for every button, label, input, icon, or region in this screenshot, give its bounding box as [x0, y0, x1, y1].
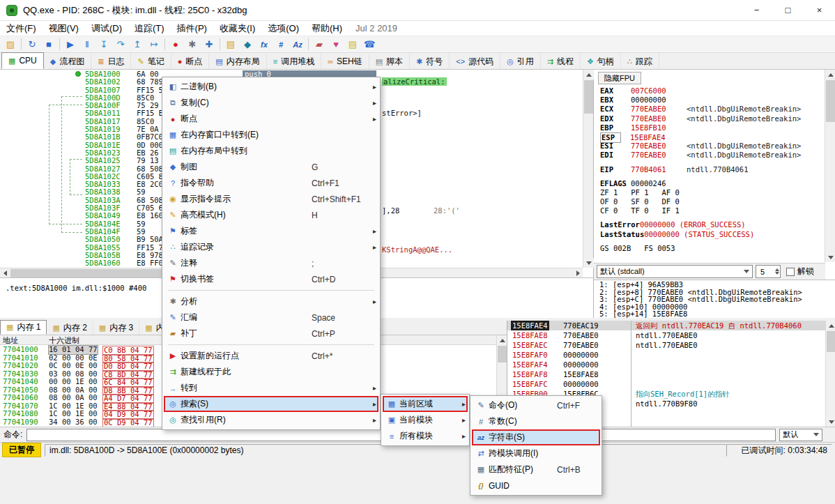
tab-source[interactable]: <>源代码 — [450, 54, 500, 69]
menu-item-search-for[interactable]: ◎搜索(S)▸ — [164, 396, 378, 412]
register-row[interactable]: EDX770EABE0<ntdll.DbgUiRemoteBreakin> — [600, 114, 823, 123]
stack-row[interactable]: 15E8FAF400000000 — [507, 360, 631, 369]
stack-info-row[interactable]: ntdll.770EABE0 — [631, 340, 835, 350]
tab-handles[interactable]: ❖句柄 — [581, 54, 621, 69]
menu-item-create-new-thread[interactable]: ⇉新建线程于此▸ — [164, 364, 378, 380]
tab-symbols[interactable]: ✱符号 — [410, 54, 450, 69]
menu-item-trace-record[interactable]: ∴追踪记录▸ — [164, 239, 378, 255]
scroll-up-icon[interactable] — [825, 70, 835, 79]
menu-item-current-region[interactable]: ▦当前区域▸ — [383, 396, 468, 412]
command-default-select[interactable]: 默认 — [779, 429, 822, 441]
calling-convention-select[interactable]: 默认 (stdcall) — [597, 265, 753, 278]
menu-item-label[interactable]: ⚑标签▸ — [164, 223, 378, 239]
spinner-buttons[interactable] — [775, 266, 779, 277]
stack-row[interactable]: 15E8FAFC00000000 — [507, 379, 631, 389]
registers-vertical-scrollbar[interactable] — [825, 70, 835, 262]
tab-references[interactable]: ◎引用 — [500, 54, 541, 69]
scroll-left-icon[interactable] — [0, 268, 10, 278]
open-file-icon[interactable]: ▨ — [2, 37, 19, 52]
tab-dump-2[interactable]: ▦内存 2 — [47, 321, 93, 335]
menu-item-assemble[interactable]: ✎汇编Space▸ — [164, 310, 378, 326]
stack-row[interactable]: 15E8FAE8770EABE0 — [507, 330, 631, 340]
scroll-right-icon[interactable] — [573, 268, 583, 278]
tab-graph[interactable]: ◆流程图 — [44, 54, 91, 69]
tab-cpu[interactable]: ▦CPU — [1, 52, 44, 69]
run-icon[interactable]: ▶ — [62, 37, 79, 52]
strings-icon[interactable]: Az — [289, 37, 306, 52]
run-to-user-code-icon[interactable]: ↦ — [146, 37, 162, 52]
menu-item-all-modules[interactable]: ≡所有模块▸ — [383, 428, 468, 444]
stack-info-row[interactable] — [631, 360, 835, 369]
stack-info-vertical-scrollbar[interactable] — [825, 321, 835, 427]
step-over-icon[interactable]: ↷ — [112, 37, 129, 52]
scroll-up-icon[interactable] — [583, 70, 594, 79]
execute-till-return-icon[interactable]: ↥ — [129, 37, 146, 52]
register-row[interactable]: ESP15E8FAE4 — [600, 132, 823, 142]
tab-seh-chain[interactable]: ∞SEH链 — [321, 54, 369, 69]
register-row[interactable]: EBX00000000 — [600, 96, 823, 105]
favorites-icon[interactable]: ♥ — [328, 37, 344, 52]
scroll-down-icon[interactable] — [825, 252, 835, 262]
breakpoints-icon[interactable]: ● — [167, 37, 184, 52]
menu-item-guid[interactable]: {}GUID▸ — [472, 478, 600, 494]
script-icon[interactable]: fx — [256, 37, 273, 52]
report-bug-icon[interactable]: ☎ — [361, 37, 378, 52]
menu-item-current-module[interactable]: ▣当前模块▸ — [383, 412, 468, 428]
stack-row[interactable]: 15E8FAEC770EABE0 — [507, 340, 631, 350]
unlock-checkbox[interactable] — [786, 268, 795, 276]
menubar-item-4[interactable]: 追踪(T) — [128, 21, 171, 36]
register-row[interactable]: ECX770EABE0<ntdll.DbgUiRemoteBreakin> — [600, 105, 823, 114]
register-row[interactable]: EFLAGS00000246 — [600, 179, 823, 188]
unlock-checkbox-group[interactable]: 解锁 — [786, 266, 814, 277]
argument-row[interactable]: 1: [esp+4] 96A59BB3 — [599, 281, 835, 289]
menubar-item-8[interactable]: 帮助(H) — [305, 21, 348, 36]
menu-item-follow-in-dump[interactable]: ▦在内存窗口中转到(E)▸ — [164, 127, 378, 143]
tab-threads[interactable]: ⇉线程 — [541, 54, 581, 69]
breakpoint-dot-icon[interactable] — [75, 71, 81, 77]
step-into-icon[interactable]: ↧ — [95, 37, 112, 52]
tab-trace[interactable]: ∴跟踪 — [621, 54, 659, 69]
spinner-up-icon[interactable] — [775, 266, 779, 271]
scroll-up-icon[interactable] — [826, 321, 835, 330]
menu-item-constant[interactable]: #常数(C)▸ — [472, 413, 600, 429]
tab-breakpoints[interactable]: ●断点 — [171, 54, 210, 69]
menu-item-analysis[interactable]: ✱分析▸ — [164, 293, 378, 310]
stack-row[interactable]: 15E8FAF815E8FAE8 — [507, 369, 631, 379]
scrollbar-thumb[interactable] — [498, 346, 507, 362]
menu-item-follow-in-memory-map[interactable]: ▤在内存布局中转到▸ — [164, 143, 378, 159]
restart-icon[interactable]: ↻ — [24, 37, 40, 52]
register-row[interactable]: CF 0 TF 0 IF 1 — [600, 206, 823, 215]
stack-row[interactable]: 15E8FAE4770EAC19 — [507, 321, 631, 330]
stack-info-row[interactable]: ntdll.770B9F80 — [631, 399, 835, 408]
hide-fpu-button[interactable]: 隐藏FPU — [598, 72, 641, 84]
patch-icon[interactable]: ▰ — [311, 37, 328, 52]
menubar-item-7[interactable]: 选项(O) — [261, 21, 305, 36]
stack-info-row[interactable] — [631, 369, 835, 379]
argument-count-spinner[interactable]: 5 — [756, 265, 781, 278]
stack-row[interactable]: 15E8FAF000000000 — [507, 350, 631, 360]
register-row[interactable]: ZF 1 PF 1 AF 0 — [600, 188, 823, 197]
menu-item-graph[interactable]: ◆制图G▸ — [164, 159, 378, 175]
menu-item-highlighting-mode[interactable]: ✎高亮模式(H)H▸ — [164, 207, 378, 223]
menu-item-command[interactable]: ✎命令(O)Ctrl+F▸ — [472, 397, 600, 413]
call-stack-icon[interactable]: ▤ — [222, 37, 239, 52]
register-row[interactable]: EDI770EABE0<ntdll.DbgUiRemoteBreakin> — [600, 151, 823, 160]
seh-chain-icon[interactable]: ◆ — [239, 37, 256, 52]
minimize-button[interactable]: − — [741, 0, 772, 20]
tab-memory-map[interactable]: ▤内存布局 — [209, 54, 266, 69]
stop-icon[interactable]: ■ — [40, 37, 57, 52]
register-row[interactable]: LastError00000000 (ERROR_SUCCESS) — [600, 220, 823, 229]
stack-info-row[interactable]: 返回到 ntdll.770EAC19 自 ntdll.770B4060 — [631, 321, 835, 330]
menu-item-intermodular-calls[interactable]: ⇄跨模块调用(I)▸ — [472, 445, 600, 461]
menu-item-breakpoint[interactable]: ●断点▸ — [164, 111, 378, 127]
tab-script[interactable]: ▤脚本 — [369, 54, 410, 69]
register-row[interactable]: EIP770B4061ntdll.770B4061 — [600, 165, 823, 174]
register-row[interactable]: LastStatus00000000 (STATUS_SUCCESS) — [600, 230, 823, 239]
menu-item-patch[interactable]: ▰补丁Ctrl+P▸ — [164, 326, 378, 342]
register-row[interactable]: EAX007C6000 — [600, 86, 823, 96]
scrollbar-thumb[interactable] — [584, 80, 593, 114]
menu-item-copy[interactable]: ⧉复制(C)▸ — [164, 95, 378, 111]
disasm-vertical-scrollbar[interactable] — [583, 70, 593, 268]
register-row[interactable]: GS 002B FS 0053 — [600, 244, 823, 253]
menu-item-goto[interactable]: →转到▸ — [164, 380, 378, 396]
